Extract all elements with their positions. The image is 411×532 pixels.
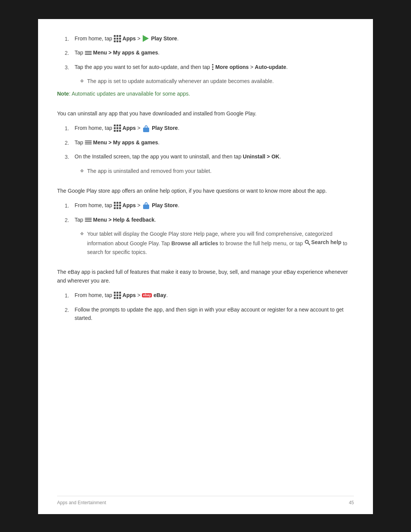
bullet-2: ❖ The app is uninstalled and removed fro… — [80, 167, 354, 175]
steps-list-1: From home, tap Apps > Play Store. Tap — [57, 34, 354, 72]
play-store-icon-1 — [142, 35, 150, 42]
footer: Apps and Entertainment 45 — [57, 496, 354, 506]
bag-icon-2 — [142, 124, 150, 133]
apps-label-4: Apps > — [123, 291, 140, 299]
step-1-2: Tap Menu > My apps & games. — [65, 48, 354, 57]
svg-rect-2 — [143, 204, 149, 209]
step-1-1-content: From home, tap Apps > Play Store. — [75, 34, 354, 43]
step-1-2-label: Menu > My apps & games. — [93, 48, 160, 57]
play-store-label-1: Play Store. — [151, 34, 178, 43]
step-2-2-label: Menu > My apps & games. — [93, 138, 160, 147]
svg-point-3 — [305, 240, 308, 243]
footer-left: Apps and Entertainment — [57, 499, 106, 506]
step-2-3: On the Installed screen, tap the app you… — [65, 152, 354, 161]
bullet-3: ❖ Your tablet will display the Google Pl… — [80, 230, 354, 256]
bullet-diamond-1: ❖ — [80, 78, 84, 85]
step-1-3: Tap the app you want to set for auto-upd… — [65, 63, 354, 72]
apps-label-1: Apps > — [123, 34, 140, 43]
section-ebay-intro: The eBay app is packed full of features … — [57, 268, 354, 285]
svg-marker-0 — [143, 35, 149, 42]
step-4-2-content: Follow the prompts to update the app, an… — [75, 305, 354, 323]
section-uninstall: You can uninstall any app that you have … — [57, 109, 354, 175]
step-4-2: Follow the prompts to update the app, an… — [65, 305, 354, 323]
more-options-label: More options > Auto-update. — [215, 63, 288, 71]
footer-right: 45 — [349, 499, 354, 506]
play-store-label-2: Play Store. — [152, 124, 179, 132]
step-3-1-text: From home, tap — [75, 201, 112, 209]
note-1-text: : Automatic updates are unavailable for … — [69, 91, 190, 97]
bullet-diamond-3: ❖ — [80, 230, 84, 238]
step-2-1-text: From home, tap — [75, 124, 112, 132]
section-help-intro: The Google Play store app offers an onli… — [57, 187, 354, 195]
apps-label-2: Apps > — [123, 124, 140, 132]
apps-label-3: Apps > — [123, 201, 140, 209]
section-ebay: The eBay app is packed full of features … — [57, 268, 354, 322]
step-2-2: Tap Menu > My apps & games. — [65, 138, 354, 147]
page: From home, tap Apps > Play Store. Tap — [38, 19, 373, 514]
bullet-text-1: The app is set to update automatically w… — [87, 77, 274, 85]
step-1-2-text-before: Tap — [75, 48, 83, 57]
step-4-1: From home, tap Apps > ebay eBay. — [65, 291, 354, 300]
step-2-2-content: Tap Menu > My apps & games. — [75, 138, 354, 147]
step-1-1: From home, tap Apps > Play Store. — [65, 34, 354, 43]
section-uninstall-intro: You can uninstall any app that you have … — [57, 109, 354, 118]
section-help: The Google Play store app offers an onli… — [57, 187, 354, 257]
apps-grid-icon-3 — [114, 202, 121, 209]
step-2-1: From home, tap Apps > Play Store. — [65, 124, 354, 133]
menu-icon-1 — [85, 51, 92, 55]
bullet-text-3: Your tablet will display the Google Play… — [87, 230, 354, 256]
search-icon — [304, 240, 311, 246]
bullet-text-2: The app is uninstalled and removed from … — [87, 167, 212, 175]
step-1-3-content: Tap the app you want to set for auto-upd… — [75, 63, 354, 71]
step-1-2-content: Tap Menu > My apps & games. — [75, 48, 354, 57]
steps-list-3: From home, tap Apps > Play Store. — [57, 201, 354, 224]
step-2-3-content: On the Installed screen, tap the app you… — [75, 152, 354, 161]
ebay-label: eBay. — [153, 291, 167, 299]
step-4-1-content: From home, tap Apps > ebay eBay. — [75, 291, 354, 299]
steps-list-2: From home, tap Apps > Play Store. — [57, 124, 354, 161]
ebay-icon: ebay — [142, 293, 152, 297]
section-auto-update: From home, tap Apps > Play Store. Tap — [57, 34, 354, 98]
step-2-3-text: On the Installed screen, tap the app you… — [75, 153, 281, 160]
apps-grid-icon-2 — [114, 125, 121, 132]
step-1-3-text-before: Tap the app you want to set for auto-upd… — [75, 63, 210, 71]
svg-line-4 — [308, 243, 310, 245]
step-3-2-content: Tap Menu > Help & feedback. — [75, 216, 354, 224]
step-2-2-text: Tap — [75, 138, 83, 147]
bag-icon-3 — [142, 201, 150, 209]
note-1: Note: Automatic updates are unavailable … — [57, 89, 354, 98]
svg-rect-1 — [143, 128, 149, 132]
step-3-1: From home, tap Apps > Play Store. — [65, 201, 354, 210]
play-store-label-3: Play Store. — [152, 201, 179, 209]
step-4-2-text: Follow the prompts to update the app, an… — [75, 307, 344, 321]
menu-icon-3 — [85, 218, 92, 222]
step-3-2: Tap Menu > Help & feedback. — [65, 216, 354, 224]
bullet-diamond-2: ❖ — [80, 168, 84, 175]
menu-icon-2 — [85, 141, 92, 144]
apps-grid-icon-1 — [114, 35, 121, 42]
step-3-1-content: From home, tap Apps > Play Store. — [75, 201, 354, 209]
bullet-1: ❖ The app is set to update automatically… — [80, 77, 354, 85]
step-3-2-label: Menu > Help & feedback. — [93, 216, 156, 224]
apps-grid-icon-4 — [114, 292, 121, 299]
step-1-1-text-before: From home, tap — [75, 34, 112, 43]
step-4-1-text: From home, tap — [75, 291, 112, 299]
step-3-2-text: Tap — [75, 216, 83, 224]
more-options-icon — [212, 64, 214, 70]
steps-list-4: From home, tap Apps > ebay eBay. Follow … — [57, 291, 354, 322]
step-2-1-content: From home, tap Apps > Play Store. — [75, 124, 354, 132]
